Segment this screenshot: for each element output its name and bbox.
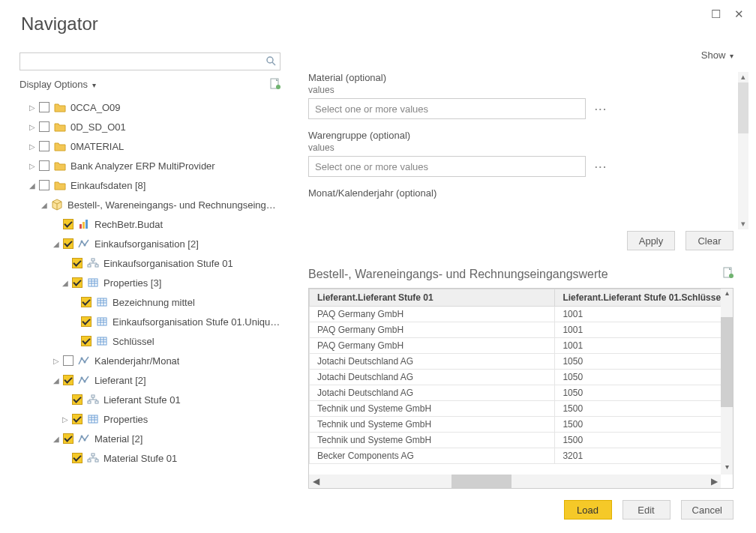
table-row[interactable]: Becker Components AG3201Becker Component… — [310, 448, 722, 464]
expand-toggle-icon[interactable]: ▷ — [62, 415, 69, 424]
scroll-down-icon[interactable]: ▾ — [738, 219, 748, 229]
expand-toggle-icon[interactable]: ◢ — [40, 201, 48, 209]
scroll-up-icon[interactable]: ▴ — [738, 72, 748, 82]
checkbox[interactable] — [72, 453, 82, 463]
edit-button[interactable]: Edit — [622, 500, 670, 520]
filter-warengruppe-browse[interactable]: ··· — [595, 161, 608, 172]
search-input[interactable] — [20, 52, 280, 70]
navigator-tree[interactable]: ▷0CCA_O09▷0D_SD_O01▷0MATERIAL▷Bank Analy… — [20, 97, 280, 472]
column-header[interactable]: Lieferant.Lieferant Stufe 01 — [310, 289, 555, 307]
checkbox[interactable] — [39, 102, 50, 112]
expand-toggle-icon[interactable]: ◢ — [52, 240, 60, 248]
scroll-thumb[interactable] — [452, 475, 512, 488]
expand-toggle-icon[interactable]: ◢ — [62, 279, 69, 287]
tree-material-props[interactable]: ▷Properties — [20, 468, 280, 472]
search-icon[interactable] — [266, 55, 276, 68]
folder-icon — [54, 179, 66, 191]
add-sheet-icon[interactable] — [723, 267, 734, 281]
tree-item-label: Einkaufsdaten [8] — [70, 180, 146, 191]
refresh-preview-icon[interactable] — [270, 78, 280, 90]
tree-0cca-o09[interactable]: ▷0CCA_O09 — [20, 97, 280, 117]
checkbox[interactable] — [81, 316, 92, 327]
svg-rect-48 — [95, 460, 98, 462]
expand-toggle-icon[interactable]: ◢ — [52, 435, 60, 443]
show-dropdown[interactable]: Show ▾ — [701, 49, 734, 61]
checkbox[interactable] — [72, 394, 82, 405]
checkbox[interactable] — [81, 297, 92, 307]
checkbox[interactable] — [81, 336, 92, 346]
tree-lieferant-props[interactable]: ▷Properties — [20, 409, 280, 429]
window-close-icon[interactable]: ✕ — [734, 8, 744, 19]
table-row[interactable]: Technik und Systeme GmbH1500Technik und … — [310, 401, 722, 417]
scroll-thumb[interactable] — [721, 317, 733, 407]
checkbox[interactable] — [39, 121, 50, 132]
checkbox[interactable] — [72, 414, 82, 424]
tree-0material[interactable]: ▷0MATERIAL — [20, 136, 280, 156]
tree-lieferant-stufe01[interactable]: Lieferant Stufe 01 — [20, 390, 280, 409]
table-row[interactable]: PAQ Germany GmbH1001PAQ Germany GmbH — [310, 322, 722, 338]
checkbox[interactable] — [63, 355, 74, 366]
tree-material-stufe01[interactable]: Material Stufe 01 — [20, 448, 280, 468]
scroll-right-icon[interactable]: ▶ — [707, 475, 721, 488]
filter-material-label: Material (optional) — [308, 72, 713, 83]
table-cell: Technik und Systeme GmbH — [310, 433, 555, 448]
filter-material-browse[interactable]: ··· — [595, 103, 608, 115]
table-row[interactable]: Jotachi Deutschland AG1050Jotachi Deutsc… — [310, 370, 722, 385]
column-header[interactable]: Lieferant.Lieferant Stufe 01.Schlüssel — [555, 289, 721, 307]
cancel-button[interactable]: Cancel — [681, 500, 734, 520]
preview-grid[interactable]: Lieferant.Lieferant Stufe 01Lieferant.Li… — [308, 288, 734, 489]
table-row[interactable]: PAQ Germany GmbH1001PAQ Germany GmbH — [310, 338, 722, 354]
apply-button[interactable]: Apply — [627, 231, 675, 250]
tree-einkaufsdaten[interactable]: ◢Einkaufsdaten [8] — [20, 175, 280, 195]
expand-toggle-icon[interactable]: ◢ — [28, 181, 36, 190]
checkbox[interactable] — [72, 277, 82, 288]
checkbox[interactable] — [63, 219, 74, 229]
expand-toggle-icon[interactable]: ▷ — [28, 123, 36, 131]
checkbox[interactable] — [63, 433, 74, 444]
grid-vscrollbar[interactable]: ▴ ▾ — [721, 289, 733, 475]
tree-einkaufsorg-props[interactable]: ◢Properties [3] — [20, 273, 280, 292]
window-maximize-icon[interactable]: ☐ — [711, 8, 721, 19]
table-cell: Technik und Systeme GmbH — [310, 417, 555, 433]
tree-rechbetr-budat[interactable]: RechBetr.Budat — [20, 214, 280, 234]
load-button[interactable]: Load — [564, 500, 612, 520]
table-row[interactable]: Jotachi Deutschland AG1050Jotachi Deutsc… — [310, 385, 722, 401]
scroll-down-icon[interactable]: ▾ — [721, 463, 733, 475]
tree-bank-analyzer[interactable]: ▷Bank Analyzer ERP MultiProvider — [20, 156, 280, 175]
table-row[interactable]: PAQ Germany GmbH1001PAQ Germany GmbH — [310, 307, 722, 322]
expand-toggle-icon[interactable]: ▷ — [52, 357, 60, 365]
tree-bezeichnung-mittel[interactable]: Bezeichnung mittel — [20, 292, 280, 312]
tree-lieferant[interactable]: ◢Lieferant [2] — [20, 370, 280, 390]
grid-hscrollbar[interactable]: ◀ ▶ — [309, 475, 721, 488]
tree-material[interactable]: ◢Material [2] — [20, 429, 280, 448]
checkbox[interactable] — [72, 258, 82, 268]
scroll-up-icon[interactable]: ▴ — [721, 289, 733, 301]
tree-einkaufsorg-stufe01[interactable]: Einkaufsorganisation Stufe 01 — [20, 253, 280, 273]
tree-bwr-cube[interactable]: ◢Bestell-, Wareneingangs- und Rechnungse… — [20, 195, 280, 214]
expand-toggle-icon[interactable]: ▷ — [28, 103, 36, 112]
clear-button[interactable]: Clear — [686, 231, 734, 250]
checkbox[interactable] — [39, 141, 50, 151]
tree-einkaufsorganisation[interactable]: ◢Einkaufsorganisation [2] — [20, 234, 280, 253]
tree-einkaufsorg-uniquename[interactable]: Einkaufsorganisation Stufe 01.UniqueNa..… — [20, 312, 280, 331]
tree-0d-sd-o01[interactable]: ▷0D_SD_O01 — [20, 117, 280, 136]
checkbox[interactable] — [63, 238, 74, 249]
tree-kalender-monat[interactable]: ▷Kalenderjahr/Monat — [20, 351, 280, 370]
expand-toggle-icon[interactable]: ▷ — [28, 142, 36, 151]
tree-schluessel[interactable]: Schlüssel — [20, 331, 280, 351]
checkbox[interactable] — [39, 180, 50, 190]
tree-item-label: Properties [3] — [104, 277, 161, 289]
table-row[interactable]: Jotachi Deutschland AG1050Jotachi Deutsc… — [310, 354, 722, 370]
checkbox[interactable] — [63, 375, 74, 385]
expand-toggle-icon[interactable]: ▷ — [28, 162, 36, 170]
filter-material-input[interactable]: Select one or more values — [308, 98, 586, 119]
filters-scrollbar[interactable]: ▴ ▾ — [738, 72, 748, 229]
display-options-dropdown[interactable]: Display Options ▾ — [20, 79, 96, 90]
checkbox[interactable] — [39, 160, 50, 171]
scroll-thumb[interactable] — [738, 82, 748, 133]
table-row[interactable]: Technik und Systeme GmbH1500Technik und … — [310, 433, 722, 448]
filter-warengruppe-input[interactable]: Select one or more values — [308, 156, 586, 177]
table-row[interactable]: Technik und Systeme GmbH1500Technik und … — [310, 417, 722, 433]
scroll-left-icon[interactable]: ◀ — [309, 475, 322, 488]
expand-toggle-icon[interactable]: ◢ — [52, 376, 60, 385]
